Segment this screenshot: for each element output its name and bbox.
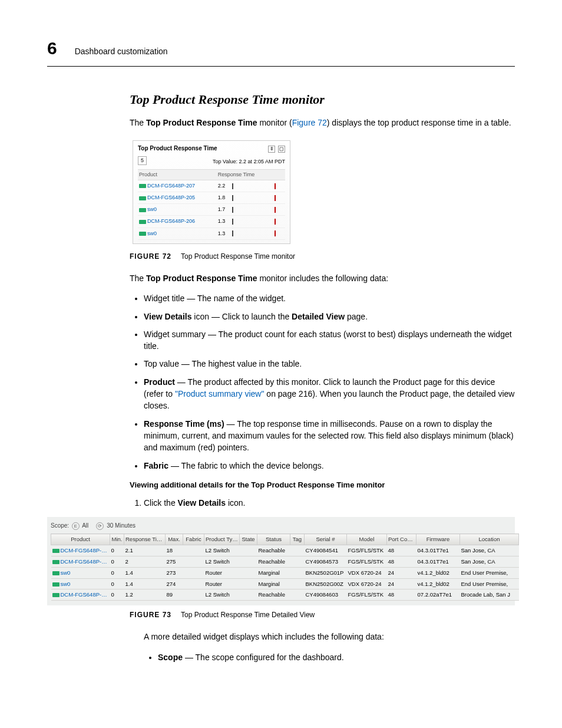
state-cell xyxy=(240,578,257,589)
product-link[interactable]: DCM-FGS648P-205 xyxy=(147,195,195,200)
list-item: Top value — The highest value in the tab… xyxy=(144,358,515,370)
text-bold: Response Time (ms) xyxy=(144,419,224,429)
pcount-cell: 24 xyxy=(387,578,416,589)
col-model[interactable]: Model xyxy=(347,534,387,545)
rt-cell: 1.2 xyxy=(124,589,166,601)
tag-cell xyxy=(290,545,305,556)
figure-caption-text: Top Product Response Time Detailed View xyxy=(181,611,315,619)
tag-cell xyxy=(290,556,305,567)
col-serial[interactable]: Serial # xyxy=(305,534,347,545)
col-tag[interactable]: Tag xyxy=(290,534,305,545)
cross-ref-link[interactable]: "Product summary view" xyxy=(175,389,265,398)
product-link[interactable]: DCM-FGS648P-206 xyxy=(147,218,195,224)
value-cell: 1.8 xyxy=(217,192,230,204)
location-cell: San Jose, CA xyxy=(460,556,519,567)
status-cell: Reachable xyxy=(257,589,290,601)
table-row: sw001.4274RouterMarginalBKN2502G00ZVDX 6… xyxy=(51,578,519,589)
col-status[interactable]: Status xyxy=(257,534,290,545)
col-min[interactable]: Min. xyxy=(110,534,124,545)
max-cell: 275 xyxy=(166,556,183,567)
figure-link[interactable]: Figure 72 xyxy=(292,118,327,127)
device-icon xyxy=(139,220,146,224)
table-row: sw01.3 xyxy=(138,228,285,239)
table-row: DCM-FGS648P-2051.8 xyxy=(138,192,285,204)
section-title: Top Product Response Time monitor xyxy=(130,90,515,109)
table-row: sw001.4273RouterMarginalBKN2502G01PVDX 6… xyxy=(51,567,519,578)
col-location[interactable]: Location xyxy=(460,534,519,545)
value-cell: 1.3 xyxy=(217,228,230,239)
includes-paragraph: The Top Product Response Time monitor in… xyxy=(130,272,515,284)
device-icon xyxy=(52,593,59,597)
tag-cell xyxy=(290,567,305,578)
product-cell[interactable]: sw0 xyxy=(51,567,110,578)
text: monitor ( xyxy=(257,118,292,127)
widget-title: Top Product Response Time xyxy=(138,144,217,153)
text: Click the xyxy=(144,498,178,508)
text: icon. xyxy=(226,498,245,508)
details-icon[interactable]: ⇕ xyxy=(268,146,275,153)
text: monitor includes the following data: xyxy=(257,274,389,283)
widget-table: Product Response Time DCM-FGS648P-2072.2… xyxy=(138,169,285,239)
model-cell: FGS/FLS/STK xyxy=(347,545,387,556)
fabric-cell xyxy=(183,567,204,578)
list-item: View Details icon — Click to launch the … xyxy=(144,311,515,322)
ptype-cell: L2 Switch xyxy=(204,589,240,601)
table-row: DCM-FGS648P-2061.3 xyxy=(138,216,285,228)
max-tick-icon xyxy=(275,183,276,189)
product-link[interactable]: DCM-FGS648P-207 xyxy=(147,183,195,189)
list-item: Scope — The scope configured for the das… xyxy=(158,651,515,663)
table-row: DCM-FGS648P-20601.289L2 SwitchReachableC… xyxy=(51,589,519,601)
figure-73-image: Scope: E All ⟳ 30 Minutes Product Min xyxy=(47,517,515,605)
fabric-cell xyxy=(183,556,204,567)
product-cell[interactable]: DCM-FGS648P-206 xyxy=(51,589,110,601)
widget-top-value: Top Value: 2.2 at 2:05 AM PDT xyxy=(138,158,285,166)
subsection-heading: Viewing additional details for the Top P… xyxy=(130,480,515,491)
col-max[interactable]: Max. xyxy=(166,534,183,545)
detail-rows: DCM-FGS648P-20502.118L2 SwitchReachableC… xyxy=(51,545,519,601)
expand-icon[interactable]: ▢ xyxy=(278,146,285,153)
min-cell: 0 xyxy=(110,578,124,589)
location-cell: End User Premise, xyxy=(460,578,519,589)
product-cell[interactable]: DCM-FGS648P-205 xyxy=(51,545,110,556)
col-pcount[interactable]: Port Count xyxy=(387,534,416,545)
col-state[interactable]: State xyxy=(240,534,257,545)
ptype-cell: Router xyxy=(204,578,240,589)
product-cell[interactable]: DCM-FGS648P-207 xyxy=(51,556,110,567)
device-icon xyxy=(52,549,59,553)
min-tick-icon xyxy=(232,230,233,236)
min-cell: 0 xyxy=(110,589,124,601)
product-link[interactable]: sw0 xyxy=(147,206,157,212)
location-cell: San Jose, CA xyxy=(460,545,519,556)
text-bold: Product xyxy=(144,377,175,387)
state-cell xyxy=(240,589,257,601)
col-fabric[interactable]: Fabric xyxy=(183,534,204,545)
min-cell: 0 xyxy=(110,567,124,578)
state-cell xyxy=(240,545,257,556)
min-tick-icon xyxy=(232,195,233,201)
product-link[interactable]: sw0 xyxy=(147,230,157,236)
pcount-cell: 48 xyxy=(387,589,416,601)
scope-icon[interactable]: E xyxy=(72,522,80,530)
pcount-cell: 48 xyxy=(387,545,416,556)
col-ptype[interactable]: Product Type xyxy=(204,534,240,545)
state-cell xyxy=(240,567,257,578)
max-cell: 274 xyxy=(166,578,183,589)
col-firmware[interactable]: Firmware xyxy=(416,534,460,545)
max-tick-icon xyxy=(275,195,276,201)
max-tick-icon xyxy=(275,230,276,236)
min-tick-icon xyxy=(232,183,233,189)
firmware-cell: 04.3.01T7e1 xyxy=(416,545,460,556)
detail-intro-paragraph: A more detailed widget displays which in… xyxy=(144,631,515,643)
ptype-cell: L2 Switch xyxy=(204,556,240,567)
col-product[interactable]: Product xyxy=(51,534,110,545)
col-rt[interactable]: Response Time xyxy=(124,534,166,545)
product-cell[interactable]: sw0 xyxy=(51,578,110,589)
clock-icon[interactable]: ⟳ xyxy=(96,522,104,530)
serial-cell: BKN2502G01P xyxy=(305,567,347,578)
text: — The fabric to which the device belongs… xyxy=(168,461,324,470)
status-cell: Reachable xyxy=(257,545,290,556)
text: icon — Click to launch the xyxy=(191,312,292,321)
rt-cell: 2.1 xyxy=(124,545,166,556)
firmware-cell: v4.1.2_bld02 xyxy=(416,567,460,578)
value-cell: 2.2 xyxy=(217,180,230,192)
